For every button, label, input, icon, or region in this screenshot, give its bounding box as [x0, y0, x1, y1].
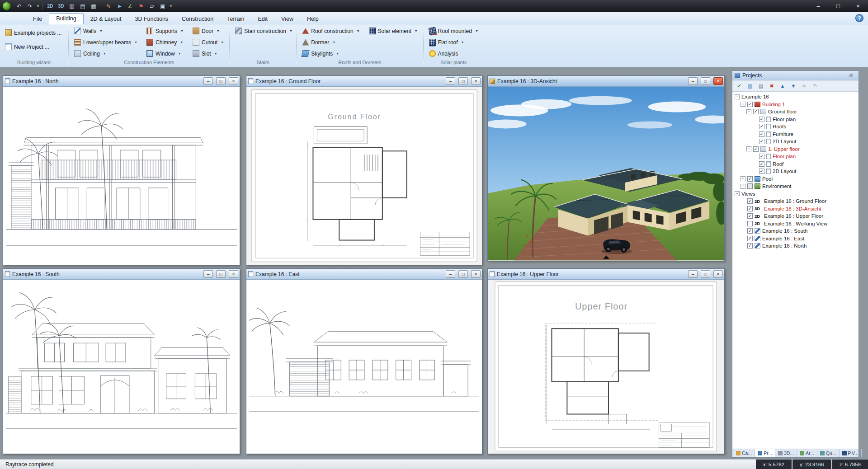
collapse-icon[interactable]: −	[735, 191, 740, 196]
tree-item-building1[interactable]: − ✓ Building 1	[734, 101, 859, 108]
cutout-button[interactable]: Cutout▼	[191, 38, 225, 47]
analysis-button[interactable]: Analysis	[428, 49, 480, 58]
north-elevation-drawing[interactable]	[3, 87, 240, 265]
close-button[interactable]: ×	[229, 270, 238, 278]
minimize-button[interactable]: –	[808, 0, 828, 12]
view-item-working-view[interactable]: ✓ 2D Example 16 : Working View	[734, 220, 859, 228]
dormer-button[interactable]: Dormer▼	[301, 38, 361, 47]
toolbar-options-icon[interactable]: ▾	[169, 1, 173, 11]
maximize-button[interactable]: □	[828, 0, 848, 12]
tab-2d-layout[interactable]: 2D & Layout	[84, 14, 128, 24]
tree-item-environment[interactable]: + ✓ Environment	[734, 183, 859, 190]
ground-floor-plan-drawing[interactable]: Ground Floor	[246, 87, 482, 265]
minimize-button[interactable]: –	[203, 77, 213, 85]
window-ground-floor[interactable]: Example 16 : Ground Floor – □ × Ground F…	[246, 75, 482, 265]
window-ground-floor-titlebar[interactable]: Example 16 : Ground Floor – □ ×	[246, 76, 482, 87]
folders-icon[interactable]: ▤	[756, 81, 766, 90]
window-grid-icon[interactable]: ▦	[89, 1, 99, 11]
move-up-icon[interactable]: ▲	[778, 81, 788, 90]
window-east-titlebar[interactable]: Example 16 : East – □ ×	[246, 269, 482, 280]
view-3d-icon[interactable]: 3D	[56, 1, 66, 11]
collapse-icon[interactable]: −	[735, 94, 740, 99]
east-elevation-drawing[interactable]	[246, 280, 482, 454]
roof-construction-button[interactable]: Roof construction▼	[301, 26, 361, 36]
window-east[interactable]: Example 16 : East – □ ×	[246, 268, 482, 454]
chimney-button[interactable]: Chimney▼	[145, 38, 185, 47]
expand-icon[interactable]: +	[741, 184, 745, 189]
tree-item-views[interactable]: − Views	[734, 190, 859, 198]
sort-asc-icon[interactable]: A↓	[799, 81, 809, 90]
tree-item-floor-plan[interactable]: ✓ Floor plan	[734, 116, 859, 123]
tab-terrain[interactable]: Terrain	[220, 14, 251, 24]
roof-mounted-button[interactable]: Roof mounted▼	[428, 26, 480, 36]
tab-quantities[interactable]: Qu...	[817, 449, 840, 457]
window-3d-view[interactable]: Example 16 : 3D-Ansicht – □ ×	[487, 75, 725, 261]
tab-3d[interactable]: 3D...	[775, 449, 797, 457]
collapse-icon[interactable]: −	[746, 109, 751, 114]
close-button[interactable]: ×	[713, 77, 723, 85]
window-north-titlebar[interactable]: Example 16 : North – □ ×	[3, 76, 240, 87]
eraser-icon[interactable]: ▱	[147, 1, 157, 11]
redo-icon[interactable]: ↷	[25, 1, 35, 11]
window-3d-titlebar[interactable]: Example 16 : 3D-Ansicht – □ ×	[488, 76, 724, 87]
measure-icon[interactable]: ∠	[125, 1, 135, 11]
view-item-3d-ansicht[interactable]: ✓ 3D Example 16 : 3D-Ansicht	[734, 205, 859, 213]
checkbox[interactable]: ✓	[747, 206, 753, 211]
stair-construction-button[interactable]: Stair construction▼	[234, 26, 294, 36]
checkbox[interactable]: ✓	[759, 154, 764, 159]
checkbox[interactable]: ✓	[747, 198, 753, 204]
skylights-button[interactable]: Skylights▼	[301, 49, 361, 58]
view-item-upper-floor[interactable]: ✓ 2D Example 16 : Upper Floor	[734, 212, 859, 220]
delete-icon[interactable]: ✖	[767, 81, 777, 90]
lower-upper-beams-button[interactable]: Lower/upper beams▼	[73, 38, 139, 47]
tree-item-example16[interactable]: − Example 16	[734, 93, 859, 101]
tab-projects[interactable]: Pr...	[755, 449, 775, 457]
window-south-titlebar[interactable]: Example 16 : South – □ ×	[3, 269, 240, 280]
checkbox[interactable]: ✓	[759, 117, 764, 122]
tile-horizontal-icon[interactable]: ▥	[67, 1, 77, 11]
window-north[interactable]: Example 16 : North – □ ×	[3, 75, 240, 265]
tab-building[interactable]: Building	[49, 13, 83, 24]
tree-item-roofs[interactable]: ✓ Roofs	[734, 123, 859, 131]
help-icon[interactable]: ?	[855, 14, 863, 22]
pen-icon[interactable]: ✎	[104, 1, 113, 11]
select-icon[interactable]: ➤	[114, 1, 124, 11]
checkbox[interactable]: ✓	[759, 139, 764, 144]
upper-floor-plan-drawing[interactable]: Upper Floor	[488, 280, 724, 454]
views-icon[interactable]: ▥	[745, 81, 755, 90]
window-south[interactable]: Example 16 : South – □ ×	[3, 268, 240, 454]
checkbox[interactable]: ✓	[759, 161, 764, 167]
restore-button[interactable]: □	[701, 270, 710, 278]
checkbox[interactable]: ✓	[747, 183, 753, 189]
ceiling-button[interactable]: Ceiling▼	[73, 49, 139, 58]
tree-item-roof-upper[interactable]: ✓ Roof	[734, 160, 859, 168]
supports-button[interactable]: Supports▼	[145, 26, 185, 36]
flat-roof-button[interactable]: Flat roof▼	[428, 38, 480, 47]
minimize-button[interactable]: –	[446, 270, 455, 278]
checkbox[interactable]: ✓	[747, 213, 753, 219]
minimize-button[interactable]: –	[446, 77, 455, 85]
expand-icon[interactable]: +	[741, 176, 745, 181]
close-button[interactable]: ×	[471, 270, 481, 278]
3d-viewport[interactable]	[488, 87, 724, 261]
view-2d-icon[interactable]: 2D	[45, 1, 55, 11]
tree-item-floor-plan-upper[interactable]: ✓ Floor plan	[734, 153, 859, 160]
projects-panel-header[interactable]: Projects 🗗	[732, 71, 859, 80]
restore-button[interactable]: □	[458, 270, 468, 278]
tree-item-2d-layout[interactable]: ✓ 2D Layout	[734, 138, 859, 145]
tree-item-2d-layout-upper[interactable]: ✓ 2D Layout	[734, 168, 859, 175]
tab-catalog[interactable]: Ca...	[733, 449, 755, 457]
view-item-south[interactable]: ✓ Example 16 : South	[734, 227, 859, 235]
solar-element-button[interactable]: Solar element▼	[368, 26, 419, 36]
checkbox[interactable]: ✓	[753, 109, 759, 114]
move-down-icon[interactable]: ▼	[788, 81, 798, 90]
tab-3d-functions[interactable]: 3D Functions	[128, 14, 175, 24]
restore-button[interactable]: □	[216, 77, 226, 85]
window-button[interactable]: Window▼	[145, 49, 185, 58]
catalog-icon[interactable]: ▣	[158, 1, 168, 11]
tab-view[interactable]: View	[274, 14, 300, 24]
checkbox[interactable]: ✓	[747, 221, 753, 226]
checkbox[interactable]: ✓	[759, 131, 764, 137]
checkbox[interactable]: ✓	[759, 124, 764, 129]
view-item-north[interactable]: ✓ Example 16 : North	[734, 242, 859, 250]
